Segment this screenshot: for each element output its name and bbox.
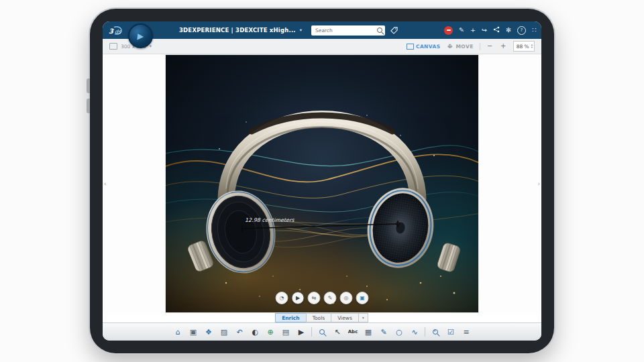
list-view-icon[interactable]: ≡	[461, 326, 472, 337]
undo-icon[interactable]: ↶	[234, 326, 245, 337]
tablet-device: 3 ds ▶ 3DEXPERIENCE | 3DEXCITE xHigh... …	[90, 9, 554, 353]
brand-3: 3	[109, 27, 114, 34]
toolbar-divider	[311, 327, 312, 337]
tab-views[interactable]: Views	[331, 313, 359, 322]
top-app-bar: 3 ds ▶ 3DEXPERIENCE | 3DEXCITE xHigh... …	[103, 21, 541, 39]
share-icon[interactable]	[493, 26, 500, 34]
layers-icon[interactable]: ▤	[280, 326, 291, 337]
material-icon[interactable]: ▣	[356, 292, 369, 304]
measurement-label: 12.98 centimeters	[245, 217, 294, 223]
compose-icon[interactable]: ✎	[459, 27, 464, 34]
ribbon-tab-strip: Enrich Tools Views ▾	[103, 313, 541, 322]
add-icon[interactable]: +	[470, 27, 476, 34]
shape-icon[interactable]: ◎	[340, 292, 353, 304]
export-image-icon[interactable]: ▨	[219, 326, 229, 337]
globe-icon[interactable]: ⊕	[265, 326, 276, 337]
brand-ds: ds	[115, 29, 121, 35]
sphere-render-icon[interactable]: ◐	[250, 326, 260, 337]
cube-icon[interactable]: ❖	[203, 326, 214, 337]
help-icon[interactable]: ?	[517, 26, 526, 35]
canvas-size-chevron-down-icon[interactable]: ▾	[150, 44, 152, 49]
zoom-plus-icon[interactable]	[430, 326, 441, 337]
zoom-step-down-icon[interactable]: ▾	[531, 46, 533, 50]
canvas-size-icon	[109, 43, 117, 50]
zoom-select-icon[interactable]	[317, 326, 327, 337]
pen-tool-icon[interactable]: ✎	[378, 326, 389, 337]
search-box[interactable]	[311, 25, 385, 36]
save-icon[interactable]: ▣	[188, 326, 199, 337]
forward-icon[interactable]: ↪	[482, 27, 487, 34]
bottom-toolbar: ⌂ ▣ ❖ ▨ ↶ ◐ ⊕ ▤ ▶ ↖ Abc ▦ ✎ ○ ∿ ☑ ≡	[103, 322, 541, 341]
xhighlight-app-icon[interactable]: ▶	[128, 23, 153, 48]
swap-arrows-icon[interactable]: ⇆	[308, 292, 321, 304]
zoom-level-value: 88 %	[517, 44, 529, 50]
image-tool-icon[interactable]: ▦	[363, 326, 374, 337]
volume-down-button	[87, 99, 90, 113]
play-icon[interactable]: ▶	[292, 292, 305, 304]
headphones-render[interactable]: 12.98 centimeters	[166, 55, 478, 312]
app-screen: 3 ds ▶ 3DEXPERIENCE | 3DEXCITE xHigh... …	[103, 21, 541, 341]
zoom-in-button[interactable]: +	[500, 43, 507, 50]
ar-view-icon[interactable]: ◔	[276, 292, 288, 304]
text-tool-icon[interactable]: Abc	[347, 326, 358, 337]
canvas-mode-button[interactable]: CANVAS	[407, 44, 441, 50]
app-title-chevron-down-icon[interactable]: ▾	[300, 28, 302, 33]
move-icon: ↔↕	[447, 43, 454, 50]
annotate-icon[interactable]: ✎	[324, 292, 337, 304]
search-icon	[377, 27, 382, 33]
zoom-stepper: ▴ ▾	[531, 44, 533, 50]
magic-icon[interactable]: ✻	[506, 27, 511, 34]
canvas-mode-icon	[407, 44, 414, 50]
3ds-logo: 3 ds	[108, 25, 127, 36]
pointer-icon[interactable]: ↖	[332, 326, 343, 337]
apps-grid-icon[interactable]: ∷	[532, 27, 536, 34]
canvas-toolbar: 300 x 200 ▾ CANVAS ↔↕ MOVE − + 88 %	[103, 39, 541, 54]
volume-up-button	[87, 78, 90, 93]
design-canvas[interactable]: ‹ ›	[103, 54, 541, 313]
viewport-floating-toolbar: ◔ ▶ ⇆ ✎ ◎ ▣	[276, 292, 369, 304]
zoom-out-button[interactable]: −	[486, 43, 494, 50]
spline-tool-icon[interactable]: ∿	[409, 326, 420, 337]
tab-enrich[interactable]: Enrich	[275, 313, 307, 322]
move-mode-button[interactable]: ↔↕ MOVE	[447, 43, 474, 50]
validate-icon[interactable]: ☑	[445, 326, 456, 337]
ellipse-tool-icon[interactable]: ○	[394, 326, 405, 337]
toolbar-divider	[480, 43, 480, 50]
tab-tools[interactable]: Tools	[306, 313, 331, 322]
app-badge-play-icon: ▶	[137, 32, 144, 40]
home-icon[interactable]: ⌂	[172, 326, 183, 337]
left-panel-toggle-icon[interactable]: ‹	[104, 181, 107, 187]
canvas-mode-label: CANVAS	[416, 44, 441, 50]
app-title: 3DEXPERIENCE | 3DEXCITE xHigh...	[179, 27, 296, 34]
move-mode-label: MOVE	[456, 44, 474, 50]
toolbar-divider	[425, 327, 425, 337]
search-input[interactable]	[314, 27, 375, 34]
zoom-level-control[interactable]: 88 % ▴ ▾	[513, 41, 535, 52]
tag-icon[interactable]	[390, 27, 398, 34]
media-play-icon[interactable]: ▶	[296, 326, 307, 337]
tab-strip-chevron-down-icon[interactable]: ▾	[358, 313, 368, 322]
user-avatar[interactable]	[444, 26, 453, 35]
topbar-actions: ✎ + ↪ ✻ ? ∷	[444, 26, 536, 35]
right-panel-toggle-icon[interactable]: ›	[537, 181, 540, 187]
